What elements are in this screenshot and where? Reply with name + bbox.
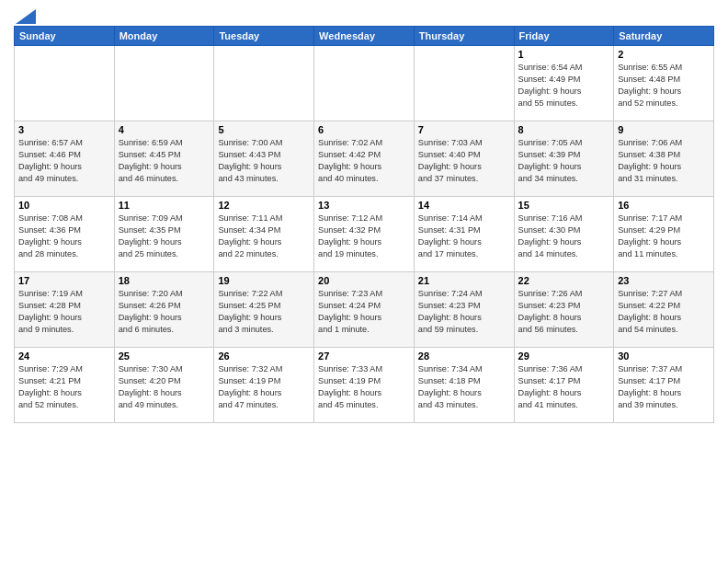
- day-cell-20: 20Sunrise: 7:23 AM Sunset: 4:24 PM Dayli…: [314, 272, 415, 348]
- day-number: 18: [119, 275, 210, 286]
- day-cell-26: 26Sunrise: 7:32 AM Sunset: 4:19 PM Dayli…: [214, 348, 314, 423]
- day-info: Sunrise: 7:20 AM Sunset: 4:26 PM Dayligh…: [119, 288, 210, 336]
- day-info: Sunrise: 7:36 AM Sunset: 4:17 PM Dayligh…: [518, 363, 610, 411]
- day-number: 26: [218, 350, 310, 362]
- day-number: 29: [518, 350, 610, 362]
- day-number: 14: [418, 200, 510, 211]
- day-cell-8: 8Sunrise: 7:05 AM Sunset: 4:39 PM Daylig…: [514, 121, 614, 197]
- day-number: 7: [418, 124, 510, 135]
- day-info: Sunrise: 7:17 AM Sunset: 4:29 PM Dayligh…: [618, 213, 710, 260]
- week-row-5: 24Sunrise: 7:29 AM Sunset: 4:21 PM Dayli…: [15, 348, 714, 423]
- day-info: Sunrise: 7:11 AM Sunset: 4:34 PM Dayligh…: [218, 213, 310, 260]
- week-row-2: 3Sunrise: 6:57 AM Sunset: 4:46 PM Daylig…: [15, 121, 714, 197]
- svg-marker-0: [16, 9, 36, 24]
- weekday-wednesday: Wednesday: [314, 27, 415, 46]
- weekday-tuesday: Tuesday: [214, 27, 314, 46]
- day-info: Sunrise: 7:29 AM Sunset: 4:21 PM Dayligh…: [18, 363, 110, 411]
- day-cell-9: 9Sunrise: 7:06 AM Sunset: 4:38 PM Daylig…: [614, 121, 714, 197]
- day-number: 21: [418, 275, 510, 286]
- day-number: 20: [318, 275, 410, 286]
- weekday-header-row: SundayMondayTuesdayWednesdayThursdayFrid…: [15, 27, 714, 46]
- day-info: Sunrise: 6:55 AM Sunset: 4:48 PM Dayligh…: [618, 62, 710, 109]
- header: [14, 9, 714, 18]
- day-cell-2: 2Sunrise: 6:55 AM Sunset: 4:48 PM Daylig…: [614, 46, 714, 121]
- day-cell-15: 15Sunrise: 7:16 AM Sunset: 4:30 PM Dayli…: [514, 197, 614, 272]
- day-cell-13: 13Sunrise: 7:12 AM Sunset: 4:32 PM Dayli…: [314, 197, 415, 272]
- day-info: Sunrise: 7:02 AM Sunset: 4:42 PM Dayligh…: [318, 137, 410, 185]
- empty-cell: [414, 46, 514, 121]
- day-number: 17: [18, 275, 110, 286]
- day-cell-27: 27Sunrise: 7:33 AM Sunset: 4:19 PM Dayli…: [314, 348, 415, 423]
- day-number: 6: [318, 124, 410, 135]
- day-cell-19: 19Sunrise: 7:22 AM Sunset: 4:25 PM Dayli…: [214, 272, 314, 348]
- day-cell-21: 21Sunrise: 7:24 AM Sunset: 4:23 PM Dayli…: [414, 272, 514, 348]
- day-number: 9: [618, 124, 710, 135]
- day-info: Sunrise: 7:27 AM Sunset: 4:22 PM Dayligh…: [618, 288, 710, 336]
- day-number: 19: [218, 275, 310, 286]
- day-info: Sunrise: 7:32 AM Sunset: 4:19 PM Dayligh…: [218, 363, 310, 411]
- weekday-saturday: Saturday: [614, 27, 714, 46]
- day-number: 8: [518, 124, 610, 135]
- day-info: Sunrise: 7:37 AM Sunset: 4:17 PM Dayligh…: [618, 363, 710, 411]
- day-info: Sunrise: 7:34 AM Sunset: 4:18 PM Dayligh…: [418, 363, 510, 411]
- logo-icon: [16, 9, 36, 24]
- empty-cell: [314, 46, 415, 121]
- day-info: Sunrise: 6:54 AM Sunset: 4:49 PM Dayligh…: [518, 62, 610, 109]
- day-cell-3: 3Sunrise: 6:57 AM Sunset: 4:46 PM Daylig…: [15, 121, 115, 197]
- day-cell-11: 11Sunrise: 7:09 AM Sunset: 4:35 PM Dayli…: [114, 197, 214, 272]
- day-cell-16: 16Sunrise: 7:17 AM Sunset: 4:29 PM Dayli…: [614, 197, 714, 272]
- weekday-thursday: Thursday: [414, 27, 514, 46]
- week-row-4: 17Sunrise: 7:19 AM Sunset: 4:28 PM Dayli…: [15, 272, 714, 348]
- day-cell-29: 29Sunrise: 7:36 AM Sunset: 4:17 PM Dayli…: [514, 348, 614, 423]
- day-cell-12: 12Sunrise: 7:11 AM Sunset: 4:34 PM Dayli…: [214, 197, 314, 272]
- logo: [14, 9, 36, 18]
- day-info: Sunrise: 7:30 AM Sunset: 4:20 PM Dayligh…: [119, 363, 210, 411]
- day-number: 4: [119, 124, 210, 135]
- day-number: 24: [18, 350, 110, 362]
- day-info: Sunrise: 7:12 AM Sunset: 4:32 PM Dayligh…: [318, 213, 410, 260]
- day-number: 25: [119, 350, 210, 362]
- page: SundayMondayTuesdayWednesdayThursdayFrid…: [0, 0, 728, 563]
- day-info: Sunrise: 6:59 AM Sunset: 4:45 PM Dayligh…: [119, 137, 210, 185]
- day-number: 27: [318, 350, 410, 362]
- day-cell-30: 30Sunrise: 7:37 AM Sunset: 4:17 PM Dayli…: [614, 348, 714, 423]
- day-number: 22: [518, 275, 610, 286]
- empty-cell: [214, 46, 314, 121]
- day-info: Sunrise: 7:24 AM Sunset: 4:23 PM Dayligh…: [418, 288, 510, 336]
- day-number: 16: [618, 200, 710, 211]
- day-number: 1: [518, 49, 610, 60]
- day-number: 12: [218, 200, 310, 211]
- day-cell-17: 17Sunrise: 7:19 AM Sunset: 4:28 PM Dayli…: [15, 272, 115, 348]
- day-number: 10: [18, 200, 110, 211]
- day-cell-4: 4Sunrise: 6:59 AM Sunset: 4:45 PM Daylig…: [114, 121, 214, 197]
- day-cell-6: 6Sunrise: 7:02 AM Sunset: 4:42 PM Daylig…: [314, 121, 415, 197]
- day-info: Sunrise: 7:19 AM Sunset: 4:28 PM Dayligh…: [18, 288, 110, 336]
- week-row-1: 1Sunrise: 6:54 AM Sunset: 4:49 PM Daylig…: [15, 46, 714, 121]
- day-info: Sunrise: 7:03 AM Sunset: 4:40 PM Dayligh…: [418, 137, 510, 185]
- day-cell-1: 1Sunrise: 6:54 AM Sunset: 4:49 PM Daylig…: [514, 46, 614, 121]
- day-cell-10: 10Sunrise: 7:08 AM Sunset: 4:36 PM Dayli…: [15, 197, 115, 272]
- day-cell-22: 22Sunrise: 7:26 AM Sunset: 4:23 PM Dayli…: [514, 272, 614, 348]
- weekday-sunday: Sunday: [15, 27, 115, 46]
- day-number: 2: [618, 49, 710, 60]
- day-cell-28: 28Sunrise: 7:34 AM Sunset: 4:18 PM Dayli…: [414, 348, 514, 423]
- day-info: Sunrise: 7:08 AM Sunset: 4:36 PM Dayligh…: [18, 213, 110, 260]
- day-info: Sunrise: 7:22 AM Sunset: 4:25 PM Dayligh…: [218, 288, 310, 336]
- day-cell-24: 24Sunrise: 7:29 AM Sunset: 4:21 PM Dayli…: [15, 348, 115, 423]
- day-cell-7: 7Sunrise: 7:03 AM Sunset: 4:40 PM Daylig…: [414, 121, 514, 197]
- day-number: 5: [218, 124, 310, 135]
- empty-cell: [114, 46, 214, 121]
- day-number: 11: [119, 200, 210, 211]
- day-number: 23: [618, 275, 710, 286]
- week-row-3: 10Sunrise: 7:08 AM Sunset: 4:36 PM Dayli…: [15, 197, 714, 272]
- empty-cell: [15, 46, 115, 121]
- day-cell-18: 18Sunrise: 7:20 AM Sunset: 4:26 PM Dayli…: [114, 272, 214, 348]
- day-info: Sunrise: 7:26 AM Sunset: 4:23 PM Dayligh…: [518, 288, 610, 336]
- day-info: Sunrise: 7:06 AM Sunset: 4:38 PM Dayligh…: [618, 137, 710, 185]
- day-number: 30: [618, 350, 710, 362]
- day-cell-23: 23Sunrise: 7:27 AM Sunset: 4:22 PM Dayli…: [614, 272, 714, 348]
- day-info: Sunrise: 7:14 AM Sunset: 4:31 PM Dayligh…: [418, 213, 510, 260]
- day-info: Sunrise: 7:00 AM Sunset: 4:43 PM Dayligh…: [218, 137, 310, 185]
- calendar-table: SundayMondayTuesdayWednesdayThursdayFrid…: [14, 26, 714, 423]
- day-info: Sunrise: 7:23 AM Sunset: 4:24 PM Dayligh…: [318, 288, 410, 336]
